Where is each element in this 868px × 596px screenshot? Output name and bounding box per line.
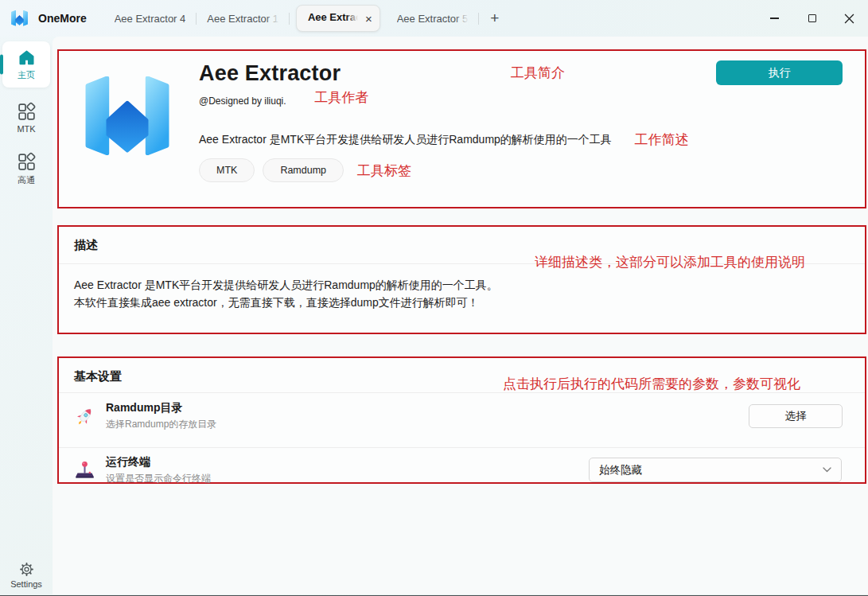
annotation-tool-tags: 工具标签 — [357, 162, 411, 180]
category-icon — [17, 102, 37, 122]
tool-title: Aee Extractor — [199, 61, 689, 86]
tab-bar: Aee Extractor 4 Aee Extractor 1 Aee Extr… — [104, 0, 500, 37]
description-header: 描述 — [59, 227, 865, 253]
sidebar-item-qualcomm[interactable]: 高通 — [2, 148, 50, 189]
tab-aee-extractor-active[interactable]: Aee Extractor × — [296, 5, 380, 32]
tab-separator — [478, 13, 479, 25]
basic-settings-card: 基本设置 点击执行后执行的代码所需要的参数，参数可视化 — [59, 358, 865, 482]
home-icon — [18, 49, 36, 67]
description-text: Aee Extractor 是MTK平台开发提供给研发人员进行Ramdump的解… — [74, 277, 865, 311]
minimize-icon — [770, 18, 779, 18]
chevron-down-icon — [823, 467, 831, 473]
setting-title-ramdump-dir: Ramdump目录 — [106, 401, 216, 415]
minimize-button[interactable] — [756, 0, 793, 37]
gear-icon — [19, 562, 34, 577]
maximize-icon — [808, 14, 816, 22]
app-logo-icon — [11, 10, 28, 27]
terminal-visibility-value: 始终隐藏 — [599, 463, 642, 477]
hero-annotation-box: Aee Extractor @Designed by iliuqi. 工具作者 … — [57, 49, 866, 208]
tab-separator — [289, 13, 290, 25]
maximize-button[interactable] — [793, 0, 831, 37]
close-icon — [844, 14, 854, 24]
setting-subtitle-terminal: 设置是否显示命令行终端 — [106, 472, 211, 485]
setting-subtitle-ramdump-dir: 选择Ramdump的存放目录 — [106, 418, 216, 431]
tag-mtk: MTK — [199, 158, 255, 182]
tab-aee-extractor-5[interactable]: Aee Extractor 5 — [387, 0, 479, 37]
tab-aee-extractor-1[interactable]: Aee Extractor 1 — [197, 0, 289, 37]
main-content: Aee Extractor @Designed by iliuqi. 工具作者 … — [53, 37, 868, 594]
annotation-description-note: 详细描述类，这部分可以添加工具的使用说明 — [535, 253, 805, 271]
sidebar: 主页 MTK 高通 — [0, 37, 53, 594]
new-tab-button[interactable]: + — [490, 10, 499, 27]
joystick-icon — [74, 459, 95, 481]
category-icon — [17, 152, 37, 172]
annotation-params-note: 点击执行后执行的代码所需要的参数，参数可视化 — [503, 375, 800, 393]
titlebar: OneMore Aee Extractor 4 Aee Extractor 1 … — [0, 0, 868, 37]
sidebar-item-home[interactable]: 主页 — [2, 41, 50, 88]
window-controls — [756, 0, 868, 37]
description-line-1: Aee Extractor 是MTK平台开发提供给研发人员进行Ramdump的解… — [74, 277, 865, 294]
terminal-visibility-select[interactable]: 始终隐藏 — [589, 458, 842, 482]
description-annotation-box: 描述 详细描述类，这部分可以添加工具的使用说明 Aee Extractor 是M… — [57, 225, 866, 334]
run-button[interactable]: 执行 — [716, 60, 843, 85]
description-line-2: 本软件直接集成aee extractor，无需直接下载，直接选择dump文件进行… — [74, 294, 865, 312]
setting-row-ramdump-dir: Ramdump目录 选择Ramdump的存放目录 选择 — [59, 393, 865, 439]
app-name: OneMore — [38, 12, 87, 25]
setting-title-terminal: 运行终端 — [106, 455, 211, 469]
tool-hero-card: Aee Extractor @Designed by iliuqi. 工具作者 … — [59, 51, 865, 207]
tag-ramdump: Ramdump — [263, 158, 344, 182]
setting-row-terminal: 运行终端 设置是否显示命令行终端 始终隐藏 — [59, 448, 865, 492]
tool-logo-icon — [85, 76, 169, 161]
tool-author: @Designed by iliuqi. — [199, 95, 286, 107]
sidebar-item-mtk[interactable]: MTK — [2, 97, 50, 138]
app-window: OneMore Aee Extractor 4 Aee Extractor 1 … — [0, 0, 868, 596]
rocket-icon — [74, 406, 95, 427]
sidebar-item-settings[interactable]: Settings — [0, 562, 53, 589]
annotation-tool-author: 工具作者 — [315, 88, 369, 107]
settings-annotation-box: 基本设置 点击执行后执行的代码所需要的参数，参数可视化 — [57, 356, 866, 484]
annotation-work-summary: 工作简述 — [635, 130, 689, 149]
close-tab-icon[interactable]: × — [365, 13, 372, 25]
description-card: 描述 详细描述类，这部分可以添加工具的使用说明 Aee Extractor 是M… — [59, 227, 865, 333]
tool-summary: Aee Extractor 是MTK平台开发提供给研发人员进行Ramdump的解… — [199, 133, 612, 147]
tab-aee-extractor-4[interactable]: Aee Extractor 4 — [104, 0, 197, 37]
annotation-tool-intro: 工具简介 — [511, 64, 565, 82]
close-button[interactable] — [831, 0, 868, 37]
choose-directory-button[interactable]: 选择 — [749, 404, 843, 428]
